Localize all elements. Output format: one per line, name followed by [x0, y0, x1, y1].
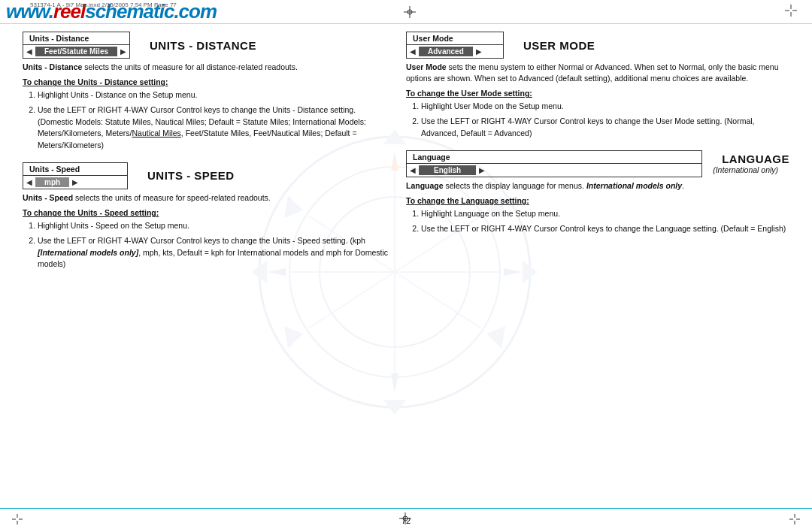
user-mode-title: USER MODE	[523, 39, 595, 52]
language-left-arrow[interactable]: ◀	[410, 166, 416, 174]
units-distance-step-1: Highlight Units - Distance on the Setup …	[38, 89, 391, 101]
user-mode-control[interactable]: ◀ Advanced ▶	[406, 45, 504, 59]
user-mode-value: Advanced	[419, 47, 473, 56]
units-distance-bold: Units - Distance	[23, 62, 82, 71]
margin-mark-right	[789, 514, 800, 526]
content-columns: Units - Distance ◀ Feet/Statute Miles ▶ …	[23, 32, 789, 504]
page-footer: 72	[0, 508, 812, 532]
language-step-1: Highlight Language on the Setup menu.	[421, 208, 789, 220]
units-speed-steps: Highlight Units - Speed on the Setup men…	[23, 220, 391, 271]
language-subtitle: (International only)	[713, 165, 789, 174]
units-speed-intro: Units - Speed selects the units of measu…	[23, 192, 391, 204]
user-mode-header-row: User Mode ◀ Advanced ▶ USER MODE	[406, 32, 789, 59]
file-info: 531374-1 A - 9i7 Man.inxd 2/15/2005 7:54…	[30, 2, 177, 8]
units-distance-intro: Units - Distance selects the units of me…	[23, 62, 391, 73]
units-speed-step-1: Highlight Units - Speed on the Setup men…	[38, 220, 391, 232]
language-step-2: Use the LEFT or RIGHT 4-WAY Cursor Contr…	[421, 223, 789, 235]
user-mode-label: User Mode	[406, 32, 504, 45]
right-column: User Mode ◀ Advanced ▶ USER MODE User Mo…	[406, 32, 789, 504]
units-distance-section: Units - Distance ◀ Feet/Statute Miles ▶ …	[23, 32, 391, 152]
language-label: Language	[406, 150, 702, 164]
units-speed-title-area: UNITS - SPEED	[128, 162, 235, 189]
language-header-row: Language ◀ English ▶ LANGUAGE (Internati…	[406, 150, 789, 177]
language-steps: Highlight Language on the Setup menu. Us…	[406, 208, 789, 235]
units-speed-change-heading: To change the Units - Speed setting:	[23, 208, 391, 217]
units-speed-bold: Units - Speed	[23, 193, 73, 202]
language-bold: Language	[406, 181, 444, 190]
units-distance-change-heading: To change the Units - Distance setting:	[23, 77, 391, 86]
units-speed-step-2: Use the LEFT or RIGHT 4-WAY Cursor Contr…	[38, 235, 391, 271]
language-intro: Language selects the display language fo…	[406, 180, 789, 192]
units-speed-title: UNITS - SPEED	[147, 169, 235, 182]
units-distance-value: Feet/Statute Miles	[35, 47, 117, 56]
language-section: Language ◀ English ▶ LANGUAGE (Internati…	[406, 150, 789, 235]
left-column: Units - Distance ◀ Feet/Statute Miles ▶ …	[23, 32, 391, 504]
language-control[interactable]: ◀ English ▶	[406, 164, 702, 177]
units-distance-header-row: Units - Distance ◀ Feet/Statute Miles ▶ …	[23, 32, 391, 59]
margin-mark-left	[12, 514, 23, 526]
units-distance-steps: Highlight Units - Distance on the Setup …	[23, 89, 391, 152]
units-distance-left-arrow[interactable]: ◀	[26, 47, 32, 56]
user-mode-left-arrow[interactable]: ◀	[410, 47, 416, 56]
page-header: 531374-1 A - 9i7 Man.inxd 2/15/2005 7:54…	[0, 0, 812, 24]
user-mode-step-1: Highlight User Mode on the Setup menu.	[421, 101, 789, 113]
units-distance-label: Units - Distance	[23, 32, 130, 45]
user-mode-steps: Highlight User Mode on the Setup menu. U…	[406, 101, 789, 139]
user-mode-bold: User Mode	[406, 62, 447, 71]
units-speed-header-row: Units - Speed ◀ mph ▶ UNITS - SPEED	[23, 162, 391, 189]
user-mode-right-arrow[interactable]: ▶	[476, 47, 482, 56]
units-distance-step-2: Use the LEFT or RIGHT 4-WAY Cursor Contr…	[38, 104, 391, 152]
language-value: English	[419, 165, 476, 175]
language-title-area: LANGUAGE (International only)	[702, 150, 789, 177]
language-title: LANGUAGE	[722, 153, 789, 165]
user-mode-title-area: USER MODE	[504, 32, 595, 59]
units-distance-right-arrow[interactable]: ▶	[120, 47, 126, 56]
units-speed-value: mph	[35, 177, 69, 187]
logo-com: .com	[174, 0, 217, 23]
main-content: Units - Distance ◀ Feet/Statute Miles ▶ …	[0, 24, 812, 508]
units-speed-right-arrow[interactable]: ▶	[72, 178, 78, 186]
user-mode-intro: User Mode sets the menu system to either…	[406, 62, 789, 84]
user-mode-change-heading: To change the User Mode setting:	[406, 89, 789, 98]
corner-mark-top-right	[785, 5, 797, 18]
units-speed-left-arrow[interactable]: ◀	[26, 178, 32, 186]
crosshair-bottom	[399, 512, 411, 526]
units-distance-control[interactable]: ◀ Feet/Statute Miles ▶	[23, 45, 130, 59]
language-right-arrow[interactable]: ▶	[479, 166, 485, 174]
units-speed-label: Units - Speed	[23, 162, 128, 176]
units-distance-title-area: UNITS - DISTANCE	[130, 32, 256, 59]
units-speed-section: Units - Speed ◀ mph ▶ UNITS - SPEED Unit…	[23, 162, 391, 271]
units-distance-title: UNITS - DISTANCE	[150, 39, 256, 52]
user-mode-section: User Mode ◀ Advanced ▶ USER MODE User Mo…	[406, 32, 789, 140]
user-mode-step-2: Use the LEFT or RIGHT 4-WAY Cursor Contr…	[421, 116, 789, 140]
crosshair-top	[404, 6, 416, 18]
language-change-heading: To change the Language setting:	[406, 196, 789, 205]
units-speed-control[interactable]: ◀ mph ▶	[23, 176, 128, 189]
